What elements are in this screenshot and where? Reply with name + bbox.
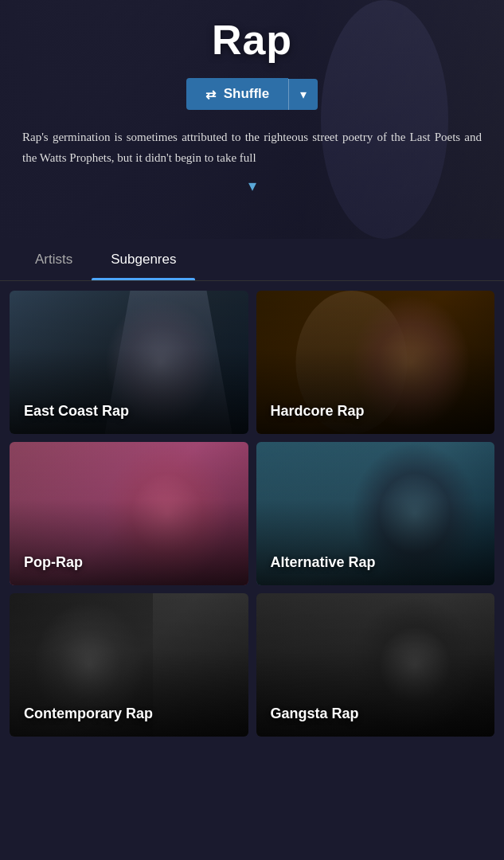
- tab-subgenres[interactable]: Subgenres: [92, 239, 195, 280]
- shuffle-container: ⇄ Shuffle ▾: [186, 78, 318, 110]
- genre-card-contemporary-rap[interactable]: Contemporary Rap: [10, 593, 248, 737]
- hero-content: Rap ⇄ Shuffle ▾ Rap's germination is som…: [0, 0, 504, 195]
- chevron-down-icon: ▾: [300, 88, 307, 101]
- chevron-down-icon: ▾: [248, 176, 256, 195]
- genre-grid-section: East Coast Rap Hardcore Rap Pop-Rap Alte…: [0, 281, 504, 746]
- contemporary-rap-label: Contemporary Rap: [24, 706, 153, 722]
- genre-card-east-coast-rap[interactable]: East Coast Rap: [10, 291, 248, 434]
- hardcore-rap-label: Hardcore Rap: [271, 403, 365, 420]
- shuffle-button[interactable]: ⇄ Shuffle: [186, 78, 289, 110]
- expand-description-button[interactable]: ▾: [248, 176, 256, 195]
- shuffle-label: Shuffle: [224, 86, 270, 102]
- tab-artists[interactable]: Artists: [16, 239, 92, 280]
- genre-card-gangsta-rap[interactable]: Gangsta Rap: [256, 593, 495, 737]
- shuffle-icon: ⇄: [205, 87, 216, 102]
- page-title: Rap: [212, 16, 292, 64]
- gangsta-rap-label: Gangsta Rap: [271, 706, 359, 722]
- alternative-rap-label: Alternative Rap: [271, 554, 376, 571]
- hero-section: Rap ⇄ Shuffle ▾ Rap's germination is som…: [0, 0, 504, 239]
- tabs-container: Artists Subgenres: [16, 239, 488, 280]
- tabs-section: Artists Subgenres: [0, 239, 504, 281]
- shuffle-dropdown-button[interactable]: ▾: [288, 79, 318, 110]
- east-coast-rap-label: East Coast Rap: [24, 403, 129, 420]
- hero-description: Rap's germination is sometimes attribute…: [0, 127, 504, 168]
- pop-rap-label: Pop-Rap: [24, 554, 83, 571]
- genre-card-hardcore-rap[interactable]: Hardcore Rap: [256, 291, 495, 434]
- genre-card-pop-rap[interactable]: Pop-Rap: [10, 442, 248, 585]
- genre-card-alternative-rap[interactable]: Alternative Rap: [256, 442, 495, 585]
- genre-grid: East Coast Rap Hardcore Rap Pop-Rap Alte…: [10, 291, 494, 737]
